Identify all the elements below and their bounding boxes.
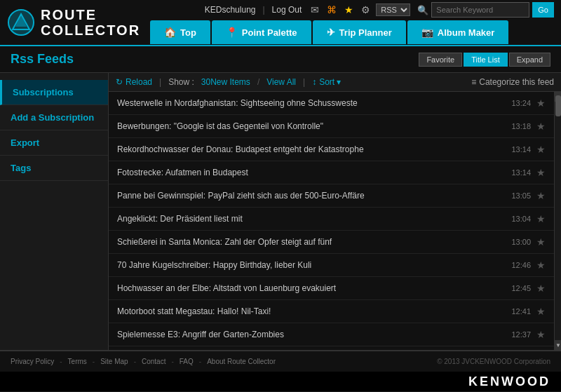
- star-icon[interactable]: ★: [342, 4, 355, 16]
- feed-item[interactable]: Bewerbungen: "Google ist das Gegenteil v…: [109, 115, 554, 138]
- view-buttons: Favorite Title List Expand: [419, 53, 550, 67]
- sidebar-item-subscriptions[interactable]: Subscriptions: [0, 80, 108, 105]
- feed-item-right: 13:24 ★: [511, 97, 546, 109]
- feed-item-title: 70 Jahre Kugelschreiber: Happy Birthday,…: [117, 260, 511, 270]
- feed-item-time: 12:37: [511, 330, 531, 339]
- logout-link[interactable]: Log Out: [272, 5, 302, 15]
- feed-item[interactable]: Fotostrecke: Aufatmen in Budapest 13:14 …: [109, 161, 554, 184]
- sort-button[interactable]: ↕ Sort ▾: [312, 77, 341, 87]
- scroll-down-arrow[interactable]: ▼: [555, 340, 561, 350]
- rss-select[interactable]: RSS: [376, 4, 410, 16]
- top-nav-right: KEDschulung | Log Out ✉ ⌘ ★ ⚙ RSS 🔍 Go: [147, 0, 561, 45]
- title-list-button[interactable]: Title List: [464, 53, 508, 67]
- feed-item-star[interactable]: ★: [536, 306, 546, 317]
- feed-item[interactable]: Spielemesse E3: Angriff der Garten-Zombi…: [109, 323, 554, 346]
- sidebar-item-export[interactable]: Export: [0, 130, 108, 156]
- feed-item-star[interactable]: ★: [536, 190, 546, 201]
- sep2: |: [159, 77, 161, 87]
- footer-terms[interactable]: Terms: [68, 358, 87, 365]
- logo-collector: COLLECTOR: [41, 22, 140, 38]
- sep1: |: [262, 5, 264, 15]
- feed-item[interactable]: 70 Jahre Kugelschreiber: Happy Birthday,…: [109, 254, 554, 277]
- feed-item-star[interactable]: ★: [536, 213, 546, 224]
- rss-icon[interactable]: ⌘: [325, 4, 338, 16]
- tab-trip-label: Trip Planner: [339, 27, 392, 38]
- search-input[interactable]: [431, 2, 529, 18]
- reload-icon: ↻: [116, 77, 123, 87]
- search-area: 🔍 Go: [417, 2, 554, 18]
- footer-links: Privacy Policy - Terms - Site Map - Cont…: [11, 358, 276, 365]
- tab-top-label: Top: [180, 27, 196, 38]
- footer-copyright: © 2013 JVCKENWOOD Corporation: [437, 358, 550, 365]
- feed-item-right: 13:14 ★: [511, 167, 546, 178]
- reload-button[interactable]: ↻ Reload: [116, 77, 152, 87]
- feed-item[interactable]: Rekordhochwasser der Donau: Budapest ent…: [109, 138, 554, 161]
- feed-item-right: 13:18 ★: [511, 121, 546, 132]
- feed-item[interactable]: Motorboot statt Megastau: Hallo! Nil-Tax…: [109, 300, 554, 323]
- feed-item-time: 12:41: [511, 307, 531, 316]
- footer-sitemap[interactable]: Site Map: [100, 358, 128, 365]
- page-title: Rss Feeds: [11, 52, 74, 67]
- tab-trip-planner[interactable]: ✈ Trip Planner: [313, 20, 406, 44]
- feed-item-star[interactable]: ★: [536, 144, 546, 155]
- tab-point-label: Point Palette: [242, 27, 297, 38]
- categorize-button[interactable]: ≡ Categorize this feed: [471, 77, 554, 87]
- expand-button[interactable]: Expand: [509, 53, 550, 67]
- footer: Privacy Policy - Terms - Site Map - Cont…: [0, 350, 561, 391]
- feed-item-right: 13:05 ★: [511, 190, 546, 201]
- sort-icon: ↕: [312, 77, 316, 87]
- logo-area: ROUTE COLLECTOR: [0, 7, 147, 38]
- favorite-button[interactable]: Favorite: [419, 53, 462, 67]
- kenwood-brand: KENWOOD: [468, 374, 550, 389]
- feed-item-right: 12:37 ★: [511, 329, 546, 340]
- scroll-thumb[interactable]: [555, 95, 561, 116]
- feed-item[interactable]: Schießerei in Santa Monica: Zahl der Opf…: [109, 231, 554, 254]
- tab-album-maker[interactable]: 📷 Album Maker: [407, 20, 509, 44]
- home-icon: 🏠: [164, 27, 176, 38]
- feed-item-right: 13:14 ★: [511, 144, 546, 155]
- feed-item-star[interactable]: ★: [536, 121, 546, 132]
- reload-label: Reload: [126, 77, 152, 87]
- search-go-button[interactable]: Go: [532, 2, 554, 18]
- feed-item[interactable]: Angeklickt: Der Präsident liest mit 13:0…: [109, 208, 554, 231]
- feed-item-star[interactable]: ★: [536, 236, 546, 248]
- feed-item-title: Westerwelle in Nordafghanistan: Sightsee…: [117, 98, 511, 108]
- gear-icon[interactable]: ⚙: [359, 4, 372, 16]
- top-bar: KEDschulung | Log Out ✉ ⌘ ★ ⚙ RSS 🔍 Go: [147, 0, 561, 20]
- album-icon: 📷: [421, 27, 433, 38]
- feed-item-title: Spielemesse E3: Angriff der Garten-Zombi…: [117, 330, 511, 339]
- point-icon: 📍: [226, 27, 238, 38]
- view-all-link[interactable]: View All: [266, 77, 296, 87]
- feed-item-star[interactable]: ★: [536, 167, 546, 178]
- categorize-label: Categorize this feed: [479, 77, 554, 87]
- logo-icon: [7, 8, 35, 36]
- feed-item-star[interactable]: ★: [536, 259, 546, 271]
- footer-privacy[interactable]: Privacy Policy: [11, 358, 54, 365]
- feed-item-title: Fotostrecke: Aufatmen in Budapest: [117, 168, 511, 177]
- sidebar-item-tags[interactable]: Tags: [0, 156, 108, 181]
- show-label: Show :: [168, 77, 194, 87]
- feed-item-time: 13:14: [511, 168, 531, 177]
- feed-item-right: 13:04 ★: [511, 213, 546, 224]
- tab-top[interactable]: 🏠 Top: [150, 20, 210, 44]
- scrollbar-track[interactable]: ▲ ▼: [554, 92, 561, 350]
- footer-about[interactable]: About Route Collector: [207, 358, 276, 365]
- show-count[interactable]: 30New Items: [201, 77, 250, 87]
- envelope-icon[interactable]: ✉: [309, 4, 321, 16]
- feed-item-time: 13:04: [511, 215, 531, 223]
- feed-item-right: 12:46 ★: [511, 259, 546, 271]
- footer-faq[interactable]: FAQ: [180, 358, 194, 365]
- feed-item[interactable]: Panne bei Gewinnspiel: PayPal zieht sich…: [109, 184, 554, 208]
- feed-item[interactable]: Westerwelle in Nordafghanistan: Sightsee…: [109, 92, 554, 115]
- feed-item-star[interactable]: ★: [536, 283, 546, 294]
- sidebar-item-add-subscription[interactable]: Add a Subscription: [0, 105, 108, 130]
- footer-contact[interactable]: Contact: [142, 358, 165, 365]
- feed-item[interactable]: Hochwasser an der Elbe: Altstadt von Lau…: [109, 277, 554, 300]
- kedschulung-link[interactable]: KEDschulung: [205, 5, 256, 15]
- feed-item-time: 12:46: [511, 261, 531, 269]
- tab-point-palette[interactable]: 📍 Point Palette: [212, 20, 311, 44]
- feed-item-star[interactable]: ★: [536, 97, 546, 109]
- feed-item-title: Bewerbungen: "Google ist das Gegenteil v…: [117, 121, 511, 131]
- feed-item-star[interactable]: ★: [536, 329, 546, 340]
- feed-toolbar: ↻ Reload | Show : 30New Items / View All…: [109, 73, 561, 92]
